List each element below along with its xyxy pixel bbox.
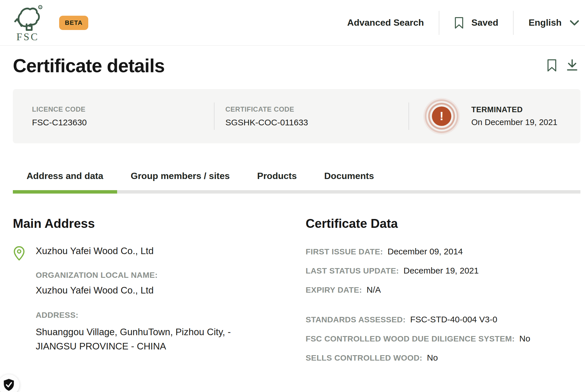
tab-address-and-data[interactable]: Address and data (13, 171, 117, 194)
cert-field-row: SELLS CONTROLLED WOOD: No (306, 353, 580, 363)
main-address-heading: Main Address (13, 216, 306, 231)
certificate-code-block: CERTIFICATE CODE SGSHK-COC-011633 (215, 105, 408, 127)
fsc-tree-icon: R (13, 5, 43, 32)
address-line-2: JIANGSU PROVINCE - CHINA (36, 339, 231, 353)
status-block: ! TERMINATED On December 19, 2021 (409, 98, 557, 134)
title-row: Certificate details (13, 55, 580, 77)
sells-controlled-wood-label: SELLS CONTROLLED WOOD: (306, 353, 422, 363)
address-block: Xuzhou Yafei Wood Co., Ltd ORGANIZATION … (13, 246, 306, 353)
controlled-wood-dds-value: No (519, 334, 530, 343)
certificate-data-rows: FIRST ISSUE DATE: December 09, 2014 LAST… (306, 247, 580, 363)
company-name: Xuzhou Yafei Wood Co., Ltd (36, 246, 231, 256)
nav-divider (439, 11, 439, 35)
saved-label: Saved (471, 17, 498, 28)
advanced-search-link[interactable]: Advanced Search (347, 17, 424, 28)
controlled-wood-dds-label: FSC CONTROLLED WOOD DUE DILIGENCE SYSTEM… (306, 334, 515, 343)
address-details: Xuzhou Yafei Wood Co., Ltd ORGANIZATION … (36, 246, 231, 353)
address-line-1: Shuanggou Village, GunhuTown, Pizhou Cit… (36, 325, 231, 339)
beta-badge: BETA (59, 16, 88, 30)
licence-code-value: FSC-C123630 (32, 118, 214, 127)
certificate-data-heading: Certificate Data (306, 216, 580, 231)
cert-field-row: EXPIRY DATE: N/A (306, 285, 580, 295)
certificate-code-label: CERTIFICATE CODE (225, 105, 408, 113)
saved-link[interactable]: Saved (454, 17, 498, 29)
location-pin-icon (13, 246, 25, 261)
standards-assessed-label: STANDARDS ASSESSED: (306, 315, 406, 324)
header-nav: Advanced Search Saved English (347, 11, 579, 35)
last-status-update-value: December 19, 2021 (403, 266, 479, 276)
org-local-name-value: Xuzhou Yafei Wood Co., Ltd (36, 285, 231, 296)
first-issue-date-label: FIRST ISSUE DATE: (306, 247, 383, 256)
address-lines: Shuanggou Village, GunhuTown, Pizhou Cit… (36, 325, 231, 353)
shield-check-icon (3, 379, 15, 391)
certificate-summary-bar: LICENCE CODE FSC-C123630 CERTIFICATE COD… (13, 89, 580, 143)
status-label: TERMINATED (471, 105, 557, 114)
nav-divider (513, 11, 514, 35)
fsc-wordmark: FSC (13, 32, 43, 42)
org-local-name-label: ORGANIZATION LOCAL NAME: (36, 271, 231, 280)
cert-field-row: FSC CONTROLLED WOOD DUE DILIGENCE SYSTEM… (306, 334, 580, 343)
terminated-alert-icon: ! (432, 106, 451, 126)
language-selector[interactable]: English (528, 17, 579, 28)
language-label: English (528, 17, 562, 28)
address-label: ADDRESS: (36, 311, 231, 320)
brand: R FSC BETA (13, 4, 88, 42)
download-icon (566, 59, 579, 72)
main-address-section: Main Address Xuzhou Yafei Wood Co., Ltd … (13, 216, 306, 372)
status-date: On December 19, 2021 (471, 118, 557, 127)
download-certificate-button[interactable] (566, 59, 579, 73)
tab-group-members-sites[interactable]: Group members / sites (117, 171, 244, 194)
licence-code-label: LICENCE CODE (32, 105, 214, 113)
chevron-down-icon (570, 20, 579, 26)
status-text: TERMINATED On December 19, 2021 (471, 105, 557, 127)
certificate-data-section: Certificate Data FIRST ISSUE DATE: Decem… (306, 216, 580, 372)
detail-tabs: Address and data Group members / sites P… (13, 171, 580, 194)
expiry-date-value: N/A (366, 285, 381, 295)
address-and-data-panel: Main Address Xuzhou Yafei Wood Co., Ltd … (13, 216, 580, 372)
sells-controlled-wood-value: No (427, 353, 438, 363)
bookmark-certificate-button[interactable] (547, 59, 557, 73)
cert-field-row: FIRST ISSUE DATE: December 09, 2014 (306, 247, 580, 256)
first-issue-date-value: December 09, 2014 (388, 247, 463, 256)
exclamation-glyph: ! (440, 109, 444, 123)
tab-documents[interactable]: Documents (310, 171, 388, 194)
svg-text:R: R (39, 6, 41, 9)
certificate-code-value: SGSHK-COC-011633 (225, 118, 408, 127)
title-actions (547, 59, 579, 73)
bookmark-icon (547, 59, 557, 72)
cert-field-row: STANDARDS ASSESSED: FSC-STD-40-004 V3-0 (306, 315, 580, 324)
privacy-shield-badge[interactable] (0, 374, 19, 392)
main-content: Certificate details LICENCE CODE (0, 55, 585, 372)
bookmark-icon (454, 17, 464, 29)
last-status-update-label: LAST STATUS UPDATE: (306, 266, 399, 276)
fsc-logo[interactable]: R FSC (13, 4, 43, 42)
pin-wrap (13, 246, 25, 353)
page-title: Certificate details (13, 55, 165, 77)
tab-products[interactable]: Products (243, 171, 310, 194)
licence-code-block: LICENCE CODE FSC-C123630 (13, 105, 214, 127)
cert-field-row: LAST STATUS UPDATE: December 19, 2021 (306, 266, 580, 276)
standards-assessed-value: FSC-STD-40-004 V3-0 (410, 315, 497, 324)
expiry-date-label: EXPIRY DATE: (306, 286, 362, 295)
top-nav: R FSC BETA Advanced Search Saved English (0, 0, 585, 46)
